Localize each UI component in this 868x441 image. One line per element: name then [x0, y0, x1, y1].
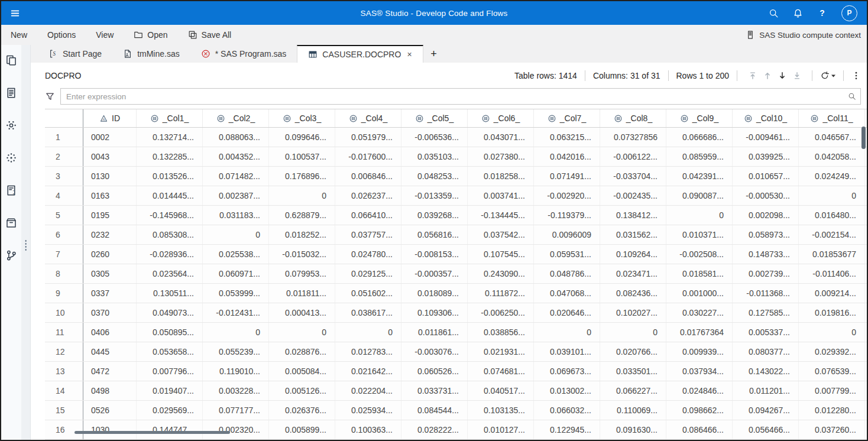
cell[interactable]: 0.103135... — [468, 401, 534, 420]
cell[interactable]: 0.029125... — [335, 264, 401, 283]
cell[interactable]: 0.066032... — [534, 401, 600, 420]
cell[interactable]: 0.022204... — [335, 381, 401, 400]
cell[interactable]: 0.024249... — [799, 167, 865, 186]
cell[interactable]: 0.094267... — [733, 401, 799, 420]
cell[interactable]: 0.024780... — [335, 245, 401, 264]
cell[interactable]: 0406 — [83, 323, 137, 342]
cell[interactable]: 0.080377... — [733, 342, 799, 361]
cell[interactable]: 0.132285... — [137, 147, 203, 166]
cell[interactable]: 0.012783... — [335, 342, 401, 361]
cell[interactable]: 0.004352... — [203, 147, 269, 166]
cell[interactable]: 0.018252... — [269, 225, 335, 244]
cell[interactable]: 0.099646... — [269, 128, 335, 147]
cell[interactable]: 0.090087... — [666, 186, 733, 205]
cell[interactable]: 0.013002... — [534, 381, 600, 400]
column-header-_Col8_[interactable]: _Col8_ — [600, 109, 666, 127]
cell[interactable]: 0.109264... — [600, 245, 666, 264]
cell[interactable]: 0.024846... — [666, 381, 733, 400]
cell[interactable]: 0.037934... — [666, 362, 733, 381]
row-number[interactable]: 5 — [45, 206, 83, 225]
cell[interactable]: 0.021642... — [335, 362, 401, 381]
cell[interactable]: 0.003228... — [203, 381, 269, 400]
cell[interactable]: 0.023564... — [137, 264, 203, 283]
column-header-_Col6_[interactable]: _Col6_ — [468, 109, 534, 127]
cell[interactable]: 0.031183... — [203, 206, 269, 225]
cell[interactable]: 0.016480... — [799, 206, 865, 225]
cell[interactable]: 0.060971... — [203, 264, 269, 283]
cell[interactable]: 0.009214... — [799, 284, 865, 303]
cell[interactable]: 0.119010... — [203, 362, 269, 381]
row-number[interactable]: 14 — [45, 381, 83, 400]
cell[interactable]: 0.028222... — [401, 420, 468, 439]
go-to-first-button[interactable] — [745, 69, 760, 82]
cell[interactable]: -0.002435... — [600, 186, 666, 205]
cell[interactable]: 0.107545... — [468, 245, 534, 264]
cell[interactable]: 0.006846... — [335, 167, 401, 186]
cell[interactable]: 0.002320... — [203, 420, 269, 439]
cell[interactable]: 0 — [269, 186, 335, 205]
row-number[interactable]: 9 — [45, 284, 83, 303]
cell[interactable]: 1030 — [83, 420, 137, 439]
row-number[interactable]: 6 — [45, 225, 83, 244]
cell[interactable]: 0.018258... — [468, 167, 534, 186]
cell[interactable]: 0.051979... — [335, 128, 401, 147]
cell[interactable]: -0.028936... — [137, 245, 203, 264]
tab-tmmine-sas[interactable]: tmMine.sas — [112, 45, 190, 63]
sidebar-item-steps[interactable] — [1, 116, 21, 148]
sidebar-item-log[interactable] — [1, 83, 21, 116]
cell[interactable]: 0.031562... — [600, 225, 666, 244]
cell[interactable]: 0.085308... — [137, 225, 203, 244]
cell[interactable]: 0.002387... — [203, 186, 269, 205]
cell[interactable]: 0.035103... — [401, 147, 468, 166]
cell[interactable]: 0.050895... — [137, 323, 203, 342]
help-icon[interactable]: ? — [817, 8, 827, 18]
column-header-_Col7_[interactable]: _Col7_ — [534, 109, 600, 127]
panel-splitter[interactable] — [21, 45, 31, 440]
row-number[interactable]: 11 — [45, 323, 83, 342]
cell[interactable]: -0.003076... — [401, 342, 468, 361]
cell[interactable]: 0043 — [83, 147, 137, 166]
cell[interactable]: 0.066686... — [666, 128, 733, 147]
cell[interactable]: 0.046567... — [799, 128, 865, 147]
cell[interactable]: 0.071491... — [534, 167, 600, 186]
cell[interactable]: 0.047068... — [534, 284, 600, 303]
column-header-_Col2_[interactable]: _Col2_ — [203, 109, 269, 127]
cell[interactable]: 0.048786... — [534, 264, 600, 283]
notifications-icon[interactable] — [793, 8, 803, 18]
cell[interactable]: 0.127585... — [733, 303, 799, 322]
cell[interactable]: 0.059531... — [534, 245, 600, 264]
cell[interactable]: 0 — [600, 323, 666, 342]
cell[interactable]: 0.010127... — [468, 420, 534, 439]
cell[interactable]: 0.056816... — [401, 225, 468, 244]
cell[interactable]: 0163 — [83, 186, 137, 205]
compute-context[interactable]: SAS Studio compute context — [746, 30, 867, 40]
cell[interactable]: 0.033501... — [600, 362, 666, 381]
cell[interactable]: -0.002154... — [799, 225, 865, 244]
cell[interactable]: 0 — [203, 225, 269, 244]
cell[interactable]: 0.079953... — [269, 264, 335, 283]
cell[interactable]: 0.014445... — [137, 186, 203, 205]
cell[interactable]: 0.628879... — [269, 206, 335, 225]
cell[interactable]: 0.058973... — [733, 225, 799, 244]
row-number[interactable]: 16 — [45, 420, 83, 439]
cell[interactable]: 0.039268... — [401, 206, 468, 225]
cell[interactable]: 0.005084... — [269, 362, 335, 381]
cell[interactable]: 0.026376... — [269, 401, 335, 420]
filter-expression-input[interactable] — [61, 89, 860, 104]
column-header-ID[interactable]: AID — [83, 109, 137, 127]
column-header-_Col10_[interactable]: _Col10_ — [733, 109, 799, 127]
cell[interactable]: 0.243090... — [468, 264, 534, 283]
row-number[interactable]: 3 — [45, 167, 83, 186]
cell[interactable]: -0.015032... — [269, 245, 335, 264]
column-header-_Col5_[interactable]: _Col5_ — [401, 109, 468, 127]
cell[interactable]: 0.148733... — [733, 245, 799, 264]
cell[interactable]: 0498 — [83, 381, 137, 400]
cell[interactable]: 0305 — [83, 264, 137, 283]
cell[interactable]: -0.011406... — [799, 264, 865, 283]
close-tab-icon[interactable]: × — [407, 50, 412, 59]
cell[interactable]: 0.021931... — [468, 342, 534, 361]
cell[interactable]: 0.029392... — [799, 342, 865, 361]
cell[interactable]: 0.066227... — [600, 381, 666, 400]
cell[interactable]: 0 — [203, 323, 269, 342]
cell[interactable]: 0.037542... — [468, 225, 534, 244]
